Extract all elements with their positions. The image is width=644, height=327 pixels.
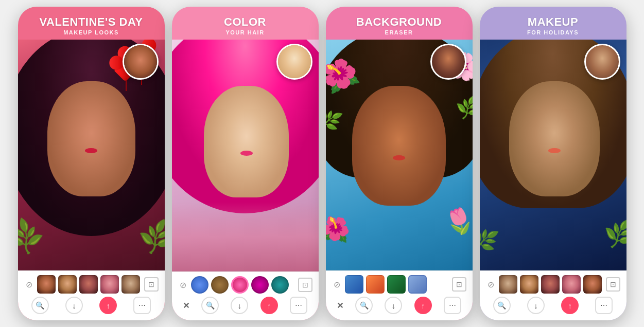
phone-4-image: 🌿 🌿: [480, 40, 626, 270]
phone-4-header: MAKEUP FOR HOLIDAYS: [480, 7, 626, 40]
phone-1-swatch-3[interactable]: [79, 275, 98, 294]
phone-4-swatch-4[interactable]: [562, 275, 581, 294]
phone-4-swatch-3[interactable]: [541, 275, 560, 294]
phone-2-face: [204, 86, 289, 197]
phone-3-more-btn[interactable]: ⋯: [444, 297, 461, 314]
phone-2-toolbar: ⊘ ⊡ ✕ 🔍 ↓ ↑ ⋯: [172, 271, 319, 320]
phone-1-thumbnail[interactable]: [123, 44, 159, 80]
phone-2-thumb-inner: [278, 45, 311, 78]
phone-2-subtitle: YOUR HAIR: [180, 29, 310, 35]
phone-2-roses: [172, 202, 319, 271]
phone-3-swatches: ⊘ ⊡: [331, 275, 467, 294]
phone-1-lips: [85, 148, 97, 153]
phone-2-close-btn[interactable]: ✕: [183, 301, 189, 311]
phone-1-zoom-btn[interactable]: 🔍: [31, 297, 49, 314]
phone-2-compare-icon[interactable]: ⊡: [298, 278, 312, 292]
phone-4-more-btn[interactable]: ⋯: [595, 297, 613, 314]
phone-2-swatches: ⊘ ⊡: [177, 276, 314, 294]
phone-1-compare-icon[interactable]: ⊡: [144, 277, 159, 292]
phone-makeup: MAKEUP FOR HOLIDAYS 🌿 🌿 ⊘: [480, 7, 626, 320]
phone-3-download-btn[interactable]: ↓: [385, 297, 402, 314]
phone-2-swatch-pink[interactable]: [231, 276, 249, 294]
phone-2-thumbnail[interactable]: [276, 44, 312, 80]
phone-4-download-btn[interactable]: ↓: [527, 297, 545, 314]
phone-1-face: [47, 81, 135, 196]
phone-2-lips: [240, 151, 253, 156]
phone-1-image: 🌿 🌿: [18, 40, 165, 270]
phone-3-toolbar: ⊘ ⊡ ✕ 🔍 ↓ ↑ ⋯: [326, 270, 473, 320]
phone-2-share-btn[interactable]: ↑: [260, 297, 278, 314]
phone-4-title: MAKEUP: [488, 16, 618, 28]
phones-container: VALENTINE'S DAY MAKEUP LOOKS: [13, 2, 632, 325]
phone-2-zoom-btn[interactable]: 🔍: [201, 297, 219, 314]
phone-4-subtitle: FOR HOLIDAYS: [488, 29, 618, 35]
phone-3-actions: ✕ 🔍 ↓ ↑ ⋯: [331, 297, 467, 314]
phone-2-actions: ✕ 🔍 ↓ ↑ ⋯: [177, 297, 314, 314]
phone-4-lips: [548, 148, 561, 153]
phone-4-swatch-1[interactable]: [499, 275, 517, 294]
phone-3-cancel-icon[interactable]: ⊘: [332, 279, 342, 289]
phone-1-swatch-1[interactable]: [37, 275, 56, 294]
phone-1-share-btn[interactable]: ↑: [99, 297, 117, 314]
phone-1-title: VALENTINE'S DAY: [26, 16, 156, 28]
phone-1-download-btn[interactable]: ↓: [65, 297, 83, 314]
phone-2-title: COLOR: [180, 16, 310, 28]
phone-3-swatch-ocean[interactable]: [345, 275, 363, 294]
phone-color-hair: COLOR YOUR HAIR ⊘ ⊡: [172, 7, 319, 320]
phone-2-download-btn[interactable]: ↓: [231, 297, 248, 314]
phone-4-thumbnail[interactable]: [584, 44, 620, 80]
phone-4-swatches: ⊘ ⊡: [485, 275, 621, 294]
phone-3-close-btn[interactable]: ✕: [337, 301, 343, 311]
phone-4-face: [509, 81, 600, 196]
phone-3-title: BACKGROUND: [334, 16, 464, 28]
phone-1-swatch-2[interactable]: [58, 275, 77, 294]
phone-4-swatch-5[interactable]: [583, 275, 602, 294]
phone-1-cancel-icon[interactable]: ⊘: [24, 279, 34, 289]
phone-2-image: [172, 40, 319, 271]
phone-2-cancel-icon[interactable]: ⊘: [178, 280, 188, 290]
phone-3-swatch-forest[interactable]: [387, 275, 406, 294]
phone-4-swatch-2[interactable]: [520, 275, 538, 294]
phone-2-swatch-brown[interactable]: [211, 276, 229, 294]
phone-1-swatch-4[interactable]: [100, 275, 119, 294]
balloon-string-2: [126, 78, 127, 91]
phone-3-thumbnail[interactable]: [430, 44, 466, 80]
phone-background-eraser: BACKGROUND ERASER 🌺 🌸 🌺 🌷 🌿 🌿 ⊘: [326, 7, 473, 320]
phone-3-header: BACKGROUND ERASER: [326, 7, 473, 40]
phone-3-compare-icon[interactable]: ⊡: [452, 277, 466, 292]
phone-4-share-btn[interactable]: ↑: [561, 297, 579, 314]
phone-2-header: COLOR YOUR HAIR: [172, 7, 319, 40]
phone-3-swatch-sky[interactable]: [408, 275, 427, 294]
phone-3-face: [352, 86, 446, 206]
phone-1-swatch-5[interactable]: [121, 275, 140, 294]
phone-2-swatch-magenta[interactable]: [251, 276, 269, 294]
phone-1-swatches: ⊘ ⊡: [23, 275, 160, 294]
phone-3-image: 🌺 🌸 🌺 🌷 🌿 🌿: [326, 40, 473, 270]
phone-3-zoom-btn[interactable]: 🔍: [355, 297, 373, 314]
phone-4-toolbar: ⊘ ⊡ 🔍 ↓ ↑ ⋯: [480, 270, 626, 320]
phone-2-swatch-blue[interactable]: [191, 276, 208, 294]
phone-3-flower-bl: 🌺: [326, 213, 353, 245]
phone-3-swatch-sunset[interactable]: [366, 275, 385, 294]
phone-4-cancel-icon[interactable]: ⊘: [486, 279, 496, 289]
phone-valentine: VALENTINE'S DAY MAKEUP LOOKS: [18, 7, 165, 320]
phone-2-more-btn[interactable]: ⋯: [290, 297, 307, 314]
phone-1-more-btn[interactable]: ⋯: [133, 297, 151, 314]
phone-1-thumb-inner: [124, 45, 157, 78]
phone-1-header: VALENTINE'S DAY MAKEUP LOOKS: [18, 7, 165, 40]
phone-4-zoom-btn[interactable]: 🔍: [493, 297, 511, 314]
phone-3-lips: [393, 155, 405, 160]
phone-1-subtitle: MAKEUP LOOKS: [26, 29, 156, 35]
phone-4-compare-icon[interactable]: ⊡: [606, 277, 620, 292]
phone-4-leaf-r: 🌿: [603, 218, 626, 250]
phone-4-actions: 🔍 ↓ ↑ ⋯: [485, 297, 621, 314]
phone-3-subtitle: ERASER: [334, 29, 464, 35]
phone-2-swatch-teal[interactable]: [271, 276, 289, 294]
phone-1-toolbar: ⊘ ⊡ 🔍 ↓ ↑ ⋯: [18, 270, 165, 320]
phone-3-share-btn[interactable]: ↑: [414, 297, 432, 314]
phone-1-actions: 🔍 ↓ ↑ ⋯: [23, 297, 160, 314]
